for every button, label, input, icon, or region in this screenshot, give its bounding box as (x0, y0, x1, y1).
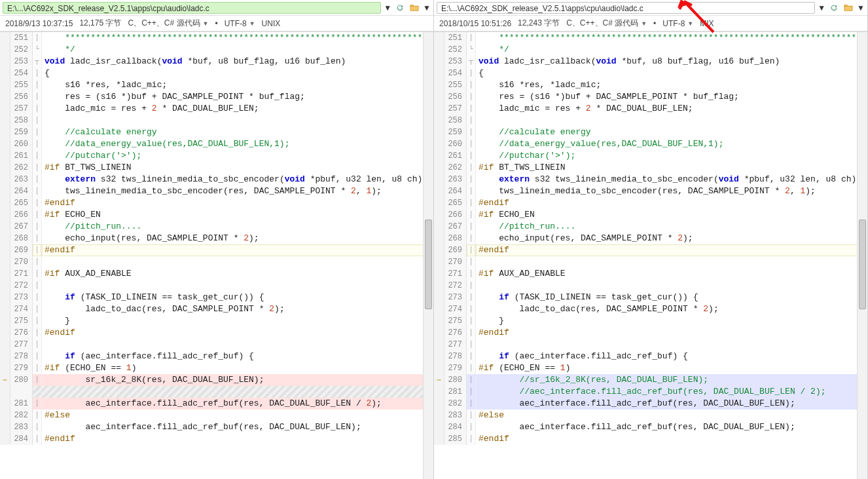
source-text[interactable]: */ (476, 44, 867, 56)
fold-gutter[interactable]: │ (467, 115, 476, 126)
source-text[interactable]: #endif (42, 197, 433, 209)
source-text[interactable]: #endif (42, 244, 433, 256)
code-line[interactable]: 284│ aec_interface.fill_adc_ref_buf(res,… (434, 421, 867, 433)
fold-gutter[interactable]: │ (467, 398, 476, 410)
fold-gutter[interactable]: │ (467, 221, 476, 233)
fold-gutter[interactable]: │ (33, 421, 42, 433)
fold-gutter[interactable]: │ (467, 233, 476, 244)
code-line[interactable]: 257│ ladc_mic = res + 2 * DAC_DUAL_BUF_L… (434, 103, 867, 115)
source-text[interactable]: aec_interface.fill_adc_ref_buf(res, DAC_… (476, 398, 867, 410)
right-scroll-thumb[interactable] (859, 220, 866, 309)
fold-gutter[interactable]: │ (33, 221, 42, 233)
source-text[interactable]: if (aec_interface.fill_adc_ref_buf) { (476, 351, 867, 362)
code-line[interactable]: 254│{ (0, 67, 433, 79)
fold-gutter[interactable]: │ (33, 126, 42, 138)
fold-gutter[interactable]: ┬ (33, 56, 42, 67)
source-text[interactable]: //calculate energy (42, 126, 433, 138)
fold-gutter[interactable]: │ (33, 256, 42, 268)
source-text[interactable] (476, 256, 867, 268)
fold-gutter[interactable]: │ (467, 339, 476, 351)
source-text[interactable] (476, 339, 867, 351)
source-text[interactable]: s16 *res, *ladc_mic; (476, 79, 867, 91)
code-line[interactable]: 257│ ladc_mic = res + 2 * DAC_DUAL_BUF_L… (0, 103, 433, 115)
fold-gutter[interactable]: │ (467, 303, 476, 315)
code-line[interactable]: 285│#endif (434, 433, 867, 445)
source-text[interactable]: //calculate energy (476, 126, 867, 138)
source-text[interactable]: #endif (476, 433, 867, 445)
source-text[interactable]: aec_interface.fill_adc_ref_buf(res, DAC_… (42, 421, 433, 433)
right-editor[interactable]: 251│ ***********************************… (434, 31, 867, 479)
fold-gutter[interactable]: │ (467, 292, 476, 303)
code-line[interactable]: 266│#if ECHO_EN (434, 209, 867, 221)
fold-gutter[interactable]: │ (33, 185, 42, 197)
code-line[interactable]: 255│ s16 *res, *ladc_mic; (434, 79, 867, 91)
code-line[interactable]: 258│ (434, 115, 867, 126)
code-line[interactable]: 270│ (0, 256, 433, 268)
code-line[interactable]: 256│ res = (s16 *)buf + DAC_SAMPLE_POINT… (0, 91, 433, 103)
source-text[interactable] (42, 386, 433, 398)
fold-gutter[interactable]: │ (467, 362, 476, 374)
fold-gutter[interactable]: └ (33, 44, 42, 56)
source-text[interactable]: //pitch_run.... (42, 221, 433, 233)
fold-gutter[interactable]: │ (33, 150, 42, 162)
source-text[interactable]: if (TASK_ID_LINEIN == task_get_cur()) { (476, 292, 867, 303)
code-line[interactable]: 277│ (434, 339, 867, 351)
code-line[interactable]: 272│ (434, 280, 867, 292)
source-text[interactable] (476, 115, 867, 126)
source-text[interactable]: #endif (42, 433, 433, 445)
code-line[interactable]: 277│ (0, 339, 433, 351)
left-refresh-button[interactable] (394, 2, 406, 14)
code-line[interactable]: 271│#if AUX_AD_ENABLE (0, 268, 433, 280)
fold-gutter[interactable]: │ (467, 174, 476, 185)
left-open-folder-button[interactable] (408, 2, 420, 14)
fold-gutter[interactable]: │ (33, 162, 42, 174)
left-editor[interactable]: 251│ ***********************************… (0, 31, 433, 479)
code-line[interactable]: 263│ extern s32 tws_linein_media_to_sbc_… (0, 174, 433, 185)
source-text[interactable]: #else (42, 410, 433, 421)
code-line[interactable]: 256│ res = (s16 *)buf + DAC_SAMPLE_POINT… (434, 91, 867, 103)
source-text[interactable]: //data_energy_value(res,DAC_DUAL_BUF_LEN… (42, 138, 433, 150)
code-line[interactable]: 259│ //calculate energy (434, 126, 867, 138)
left-file-path[interactable]: E:\...\AC692x_SDK_release_V2.5.1\apps\cp… (3, 2, 381, 14)
code-line[interactable]: 279│#if (ECHO_EN == 1) (434, 362, 867, 374)
code-line[interactable]: 278│ if (aec_interface.fill_adc_ref_buf)… (434, 351, 867, 362)
fold-gutter[interactable]: │ (33, 410, 42, 421)
fold-gutter[interactable]: │ (33, 91, 42, 103)
source-text[interactable]: sr_16k_2_8K(res, DAC_DUAL_BUF_LEN); (42, 374, 433, 386)
code-line[interactable]: 260│ //data_energy_value(res,DAC_DUAL_BU… (0, 138, 433, 150)
fold-gutter[interactable] (33, 386, 42, 398)
code-line[interactable]: 269│#endif (0, 244, 433, 256)
left-scroll-thumb[interactable] (425, 220, 432, 309)
fold-gutter[interactable]: │ (33, 268, 42, 280)
right-path-dropdown-icon[interactable]: ▼ (818, 3, 825, 12)
code-line[interactable]: 274│ ladc_to_dac(res, DAC_SAMPLE_POINT *… (0, 303, 433, 315)
fold-gutter[interactable]: │ (467, 162, 476, 174)
left-scrollbar[interactable] (423, 32, 433, 479)
source-text[interactable]: #if (ECHO_EN == 1) (42, 362, 433, 374)
source-text[interactable]: ladc_to_dac(res, DAC_SAMPLE_POINT * 2); (42, 303, 433, 315)
code-line[interactable]: 265│#endif (434, 197, 867, 209)
fold-gutter[interactable]: │ (467, 209, 476, 221)
source-text[interactable]: extern s32 tws_linein_media_to_sbc_encod… (476, 174, 867, 185)
source-text[interactable]: res = (s16 *)buf + DAC_SAMPLE_POINT * bu… (476, 91, 867, 103)
right-open-folder-button[interactable] (842, 2, 854, 14)
code-line[interactable]: 282│#else (0, 410, 433, 421)
right-refresh-button[interactable] (828, 2, 840, 14)
source-text[interactable]: #if ECHO_EN (476, 209, 867, 221)
code-line[interactable]: 260│ //data_energy_value(res,DAC_DUAL_BU… (434, 138, 867, 150)
right-enc-dropdown-icon[interactable]: ▼ (687, 20, 693, 27)
source-text[interactable] (476, 280, 867, 292)
code-line[interactable]: ⇨280│ sr_16k_2_8K(res, DAC_DUAL_BUF_LEN)… (0, 374, 433, 386)
code-line[interactable]: 269│#endif (434, 244, 867, 256)
fold-gutter[interactable]: │ (33, 197, 42, 209)
fold-gutter[interactable]: │ (33, 374, 42, 386)
right-open-dropdown-icon[interactable]: ▼ (857, 3, 865, 12)
right-file-path[interactable]: E:\...\AC692x_SDK_release_V2.5.1\apps\cp… (437, 2, 815, 14)
code-line[interactable]: 273│ if (TASK_ID_LINEIN == task_get_cur(… (434, 292, 867, 303)
source-text[interactable]: ladc_to_dac(res, DAC_SAMPLE_POINT * 2); (476, 303, 867, 315)
code-line[interactable]: 283│#else (434, 410, 867, 421)
code-line[interactable]: 276│#endif (434, 327, 867, 339)
fold-gutter[interactable]: │ (33, 79, 42, 91)
fold-gutter[interactable]: │ (467, 138, 476, 150)
fold-gutter[interactable]: │ (467, 421, 476, 433)
